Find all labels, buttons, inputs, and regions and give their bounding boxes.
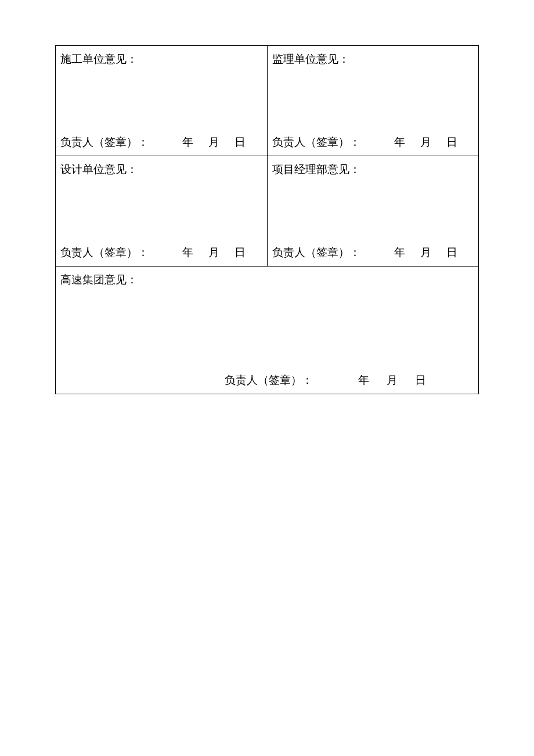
expressway-group-opinion-cell: 高速集团意见： 负责人（签章）： 年 月 日 [56,267,479,394]
approval-form-page: 施工单位意见： 负责人（签章）： 年 月 日 监理单位意见： [0,0,534,394]
day-label: 日 [446,132,457,152]
construction-opinion-cell: 施工单位意见： 负责人（签章）： 年 月 日 [56,46,268,156]
day-label: 日 [415,370,426,390]
month-label: 月 [420,132,431,152]
day-label: 日 [234,132,246,152]
table-row: 设计单位意见： 负责人（签章）： 年 月 日 项目经理部意见： [56,156,479,267]
month-label: 月 [208,132,219,152]
year-label: 年 [394,243,405,262]
year-label: 年 [182,132,193,152]
year-label: 年 [394,132,405,152]
project-manager-opinion-cell: 项目经理部意见： 负责人（签章）： 年 月 日 [267,156,479,267]
table-row: 施工单位意见： 负责人（签章）： 年 月 日 监理单位意见： [56,46,479,156]
day-label: 日 [234,243,246,262]
sign-label: 负责人（签章）： [272,243,360,262]
expressway-group-sign-row: 负责人（签章）： 年 月 日 [225,370,426,390]
month-label: 月 [387,370,398,390]
year-label: 年 [358,370,369,390]
approval-table: 施工单位意见： 负责人（签章）： 年 月 日 监理单位意见： [55,45,479,394]
sign-label: 负责人（签章）： [60,243,149,262]
sign-label: 负责人（签章）： [225,370,313,390]
month-label: 月 [420,243,431,262]
construction-opinion-title: 施工单位意见： [60,49,262,69]
project-manager-sign-row: 负责人（签章）： 年 月 日 [272,243,474,262]
project-manager-opinion-title: 项目经理部意见： [272,160,474,179]
expressway-group-opinion-title: 高速集团意见： [60,270,474,290]
construction-sign-row: 负责人（签章）： 年 月 日 [60,132,262,152]
year-label: 年 [182,243,193,262]
supervision-opinion-cell: 监理单位意见： 负责人（签章）： 年 月 日 [267,46,479,156]
sign-label: 负责人（签章）： [60,132,149,152]
day-label: 日 [446,243,457,262]
supervision-opinion-title: 监理单位意见： [272,49,474,69]
design-opinion-cell: 设计单位意见： 负责人（签章）： 年 月 日 [56,156,268,267]
supervision-sign-row: 负责人（签章）： 年 月 日 [272,132,474,152]
sign-label: 负责人（签章）： [272,132,360,152]
design-opinion-title: 设计单位意见： [60,160,262,179]
month-label: 月 [208,243,219,262]
table-row: 高速集团意见： 负责人（签章）： 年 月 日 [56,267,479,394]
design-sign-row: 负责人（签章）： 年 月 日 [60,243,262,262]
